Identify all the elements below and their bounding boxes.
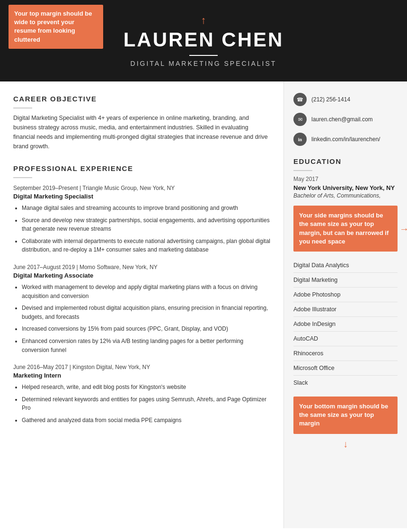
experience-title: PROFESSIONAL EXPERIENCE [13, 164, 270, 172]
bullet-item: Determined relevant keywords and entitie… [22, 395, 270, 413]
phone-text: (212) 256-1414 [311, 96, 350, 103]
job-item-2: June 2017–August 2019 | Momo Software, N… [13, 264, 270, 354]
email-text: lauren.chen@gmail.com [311, 116, 373, 123]
skill-item: Slack [293, 376, 398, 390]
arrow-right-icon: → [399, 223, 407, 234]
header-divider [189, 55, 218, 56]
contact-linkedin: in linkedin.com/in/laurenchen/ [293, 133, 398, 146]
section-divider [13, 108, 32, 108]
phone-icon: ☎ [293, 93, 307, 106]
skill-item: Digital Marketing [293, 273, 398, 288]
career-objective-section: CAREER OBJECTIVE Digital Marketing Speci… [13, 95, 270, 151]
right-column: ☎ (212) 256-1414 ✉ lauren.chen@gmail.com… [284, 81, 407, 528]
email-icon: ✉ [293, 113, 307, 126]
arrow-up-icon: ↑ [201, 14, 206, 27]
contact-section: ☎ (212) 256-1414 ✉ lauren.chen@gmail.com… [293, 93, 398, 146]
job-role-2: Digital Marketing Associate [13, 272, 270, 279]
bullet-item: Devised and implemented robust digital a… [22, 304, 270, 321]
job-role-3: Marketing Intern [13, 372, 270, 379]
skill-item: Adobe Photoshop [293, 288, 398, 302]
career-objective-title: CAREER OBJECTIVE [13, 95, 270, 103]
job-item-3: June 2016–May 2017 | Kingston Digital, N… [13, 364, 270, 424]
linkedin-icon: in [293, 133, 307, 146]
job-role-1: Digital Marketing Specialist [13, 193, 270, 200]
resume-page: Your top margin should be wide to preven… [0, 0, 407, 532]
resume-body: CAREER OBJECTIVE Digital Marketing Speci… [0, 81, 407, 528]
resume-header: Your top margin should be wide to preven… [0, 0, 407, 81]
education-title: EDUCATION [293, 157, 398, 165]
bullet-item: Increased conversions by 15% from paid s… [22, 325, 270, 334]
skill-item: Adobe InDesign [293, 317, 398, 332]
skill-item: Digital Data Analytics [293, 258, 398, 273]
job-meta-3: June 2016–May 2017 | Kingston Digital, N… [13, 364, 270, 370]
bullet-item: Helped research, write, and edit blog po… [22, 383, 270, 392]
bullet-item: Source and develop new strategic partner… [22, 216, 270, 234]
section-divider [13, 177, 32, 178]
job-meta-2: June 2017–August 2019 | Momo Software, N… [13, 264, 270, 271]
bullet-item: Collaborate with internal departments to… [22, 237, 270, 254]
career-objective-text: Digital Marketing Specialist with 4+ yea… [13, 113, 270, 151]
bullet-item: Enhanced conversion rates by 12% via A/B… [22, 337, 270, 354]
contact-email: ✉ lauren.chen@gmail.com [293, 113, 398, 126]
skills-section: Digital Data Analytics Digital Marketing… [293, 258, 398, 390]
skill-item: AutoCAD [293, 332, 398, 346]
edu-school: New York University, New York, NY [293, 184, 398, 192]
job-bullets-3: Helped research, write, and edit blog po… [13, 383, 270, 424]
tooltip-bottom-margin: Your bottom margin should be the same si… [293, 397, 398, 434]
skill-item: Rhinoceros [293, 346, 398, 361]
left-column: CAREER OBJECTIVE Digital Marketing Speci… [0, 81, 284, 528]
skill-item: Adobe Illustrator [293, 302, 398, 317]
job-bullets-2: Worked with management to develop and ap… [13, 283, 270, 354]
tooltip-side-margin: Your side margins should be the same siz… [293, 206, 398, 252]
bullet-item: Worked with management to develop and ap… [22, 283, 270, 300]
edu-degree: Bachelor of Arts, Communications, [293, 192, 398, 199]
education-section: EDUCATION May 2017 New York University, … [293, 157, 398, 199]
section-divider [293, 170, 312, 171]
candidate-name: LAUREN CHEN [124, 28, 284, 51]
job-item-1: September 2019–Present | Triangle Music … [13, 185, 270, 254]
experience-section: PROFESSIONAL EXPERIENCE September 2019–P… [13, 164, 270, 425]
contact-phone: ☎ (212) 256-1414 [293, 93, 398, 106]
arrow-down-icon: ↓ [293, 439, 398, 450]
bullet-item: Gathered and analyzed data from social m… [22, 416, 270, 425]
skill-item: Microsoft Office [293, 361, 398, 376]
edu-date: May 2017 [293, 176, 398, 182]
tooltip-side-wrapper: Your side margins should be the same siz… [293, 206, 398, 252]
candidate-title: DIGITAL MARKETING SPECIALIST [131, 60, 277, 67]
tooltip-top-margin: Your top margin should be wide to preven… [9, 5, 103, 49]
job-bullets-1: Manage digital sales and streaming accou… [13, 204, 270, 254]
bullet-item: Manage digital sales and streaming accou… [22, 204, 270, 213]
job-meta-1: September 2019–Present | Triangle Music … [13, 185, 270, 191]
linkedin-text: linkedin.com/in/laurenchen/ [311, 136, 380, 143]
